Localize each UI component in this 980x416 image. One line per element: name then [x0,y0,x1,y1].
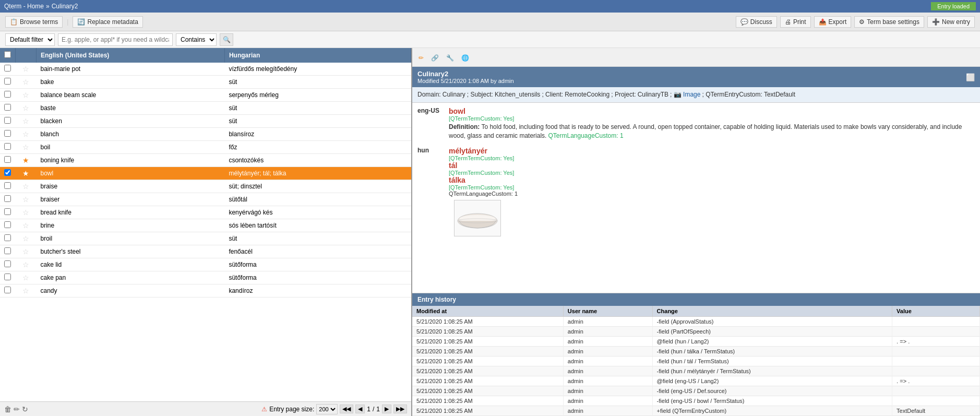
export-button[interactable]: 📤 Export [814,16,852,28]
page-size-select[interactable]: 200 [316,404,338,414]
row-star-cell[interactable]: ☆ [16,206,37,219]
row-star-cell[interactable]: ☆ [16,102,37,115]
link-button[interactable]: 🔗 [430,51,440,64]
table-row[interactable]: ☆braisersütőtál [0,193,411,206]
table-row[interactable]: ★bowlmélytányér; tál; tálka [0,167,411,180]
col-checkbox-header [0,48,16,63]
row-star-cell[interactable]: ☆ [16,141,37,154]
row-hungarian: kandíroz [224,284,411,298]
row-checkbox-cell [0,219,16,232]
history-cell-change: -field (eng-US / Def.source) [652,386,892,396]
table-row[interactable]: ☆bastesüt [0,102,411,115]
print-button[interactable]: 🖨 Print [780,16,811,28]
table-row[interactable]: ☆broilsüt [0,232,411,245]
table-row[interactable]: ☆candykandíroz [0,284,411,298]
star-icon: ☆ [22,143,29,151]
history-row: 5/21/2020 1:08:25 AMadmin+field (QTermEn… [412,406,980,416]
edit-entry-button[interactable]: ✏ [417,51,425,64]
table-row[interactable]: ☆blackensüt [0,115,411,128]
new-entry-button[interactable]: ➕ New entry [927,16,975,28]
select-all-checkbox[interactable] [4,51,11,58]
row-checkbox[interactable] [4,247,11,254]
filter-select[interactable]: Default filter [5,33,55,46]
discuss-button[interactable]: 💬 Discuss [736,16,777,28]
contains-select[interactable]: Contains [176,33,217,46]
row-star-cell[interactable]: ☆ [16,271,37,284]
row-star-cell[interactable]: ☆ [16,258,37,271]
row-star-cell[interactable]: ☆ [16,284,37,298]
table-row[interactable]: ☆braisesüt; dinsztel [0,180,411,193]
globe-button[interactable]: 🌐 [460,51,470,64]
row-star-cell[interactable]: ☆ [16,245,37,258]
row-star-cell[interactable]: ☆ [16,115,37,128]
footer-icons: 🗑 ✏ ↻ [4,405,28,413]
row-checkbox[interactable] [4,169,11,176]
row-star-cell[interactable]: ☆ [16,219,37,232]
nav-last-button[interactable]: ▶▶ [393,405,407,413]
table-row[interactable]: ☆bread knifekenyérvágó kés [0,206,411,219]
row-checkbox[interactable] [4,91,11,98]
search-input[interactable] [58,33,173,46]
delete-icon[interactable]: 🗑 [4,405,11,413]
image-link[interactable]: Image [683,91,700,98]
row-checkbox[interactable] [4,130,11,137]
row-star-cell[interactable]: ☆ [16,232,37,245]
table-row[interactable]: ☆butcher's steelfenőacél [0,245,411,258]
table-row[interactable]: ☆cake pansütőforma [0,271,411,284]
table-row[interactable]: ☆bain-marie potvízfürdős melegítőedény [0,63,411,76]
table-row[interactable]: ☆blanchblansíroz [0,128,411,141]
refresh-icon[interactable]: ↻ [22,405,28,413]
row-checkbox[interactable] [4,208,11,215]
history-cell-value [892,317,980,327]
row-star-cell[interactable]: ★ [16,154,37,167]
row-star-cell[interactable]: ☆ [16,89,37,102]
history-cell-change: @field (eng-US / Lang2) [652,376,892,386]
row-star-cell[interactable]: ☆ [16,193,37,206]
nav-first-button[interactable]: ◀◀ [340,405,353,413]
row-star-cell[interactable]: ☆ [16,63,37,76]
row-checkbox[interactable] [4,143,11,150]
row-checkbox[interactable] [4,274,11,280]
nav-next-button[interactable]: ▶ [382,405,391,413]
table-row[interactable]: ☆boilfőz [0,141,411,154]
hun-term: tálka [449,176,975,184]
row-checkbox[interactable] [4,104,11,111]
row-star-cell[interactable]: ☆ [16,128,37,141]
row-checkbox[interactable] [4,65,11,72]
row-english: bake [37,76,225,89]
project-value: CulinaryTB [638,91,668,98]
row-checkbox[interactable] [4,260,11,267]
row-checkbox[interactable] [4,287,11,293]
edit-icon[interactable]: ✏ [14,405,20,413]
row-english: balance beam scale [37,89,225,102]
table-row[interactable]: ☆brinesós lében tartósít [0,219,411,232]
wrench-button[interactable]: 🔧 [445,51,455,64]
row-checkbox[interactable] [4,195,11,202]
history-cell-modified_at: 5/21/2020 1:08:25 AM [412,317,563,327]
row-star-cell[interactable]: ☆ [16,180,37,193]
row-checkbox[interactable] [4,221,11,228]
row-checkbox[interactable] [4,78,11,85]
search-button[interactable]: 🔍 [220,33,233,46]
row-star-cell[interactable]: ☆ [16,76,37,89]
row-checkbox[interactable] [4,117,11,124]
eng-us-terms: bowl [QTermTermCustom: Yes] Definition: … [449,107,975,144]
row-checkbox-cell [0,180,16,193]
table-row[interactable]: ☆bakesüt [0,76,411,89]
toolbar-right: 💬 Discuss 🖨 Print 📤 Export ⚙ Term base s… [736,16,975,28]
table-row[interactable]: ★boning knifecsontozókés [0,154,411,167]
term-base-settings-button[interactable]: ⚙ Term base settings [854,16,924,28]
row-checkbox[interactable] [4,182,11,189]
nav-prev-button[interactable]: ◀ [355,405,365,413]
row-star-cell[interactable]: ★ [16,167,37,180]
browse-terms-button[interactable]: 📋 Browse terms [5,16,63,28]
hun-term: mélytányér [449,147,975,155]
maximize-button[interactable]: ⬜ [966,73,975,81]
table-row[interactable]: ☆balance beam scaleserpenyős mérleg [0,89,411,102]
replace-metadata-button[interactable]: 🔄 Replace metadata [73,16,142,28]
table-row[interactable]: ☆cake lidsütőforma [0,258,411,271]
row-checkbox[interactable] [4,156,11,163]
hun-terms: mélytányér[QTermTermCustom: Yes]tál[QTer… [449,147,975,197]
row-checkbox[interactable] [4,234,11,241]
home-link[interactable]: Qterm - Home [4,3,44,10]
